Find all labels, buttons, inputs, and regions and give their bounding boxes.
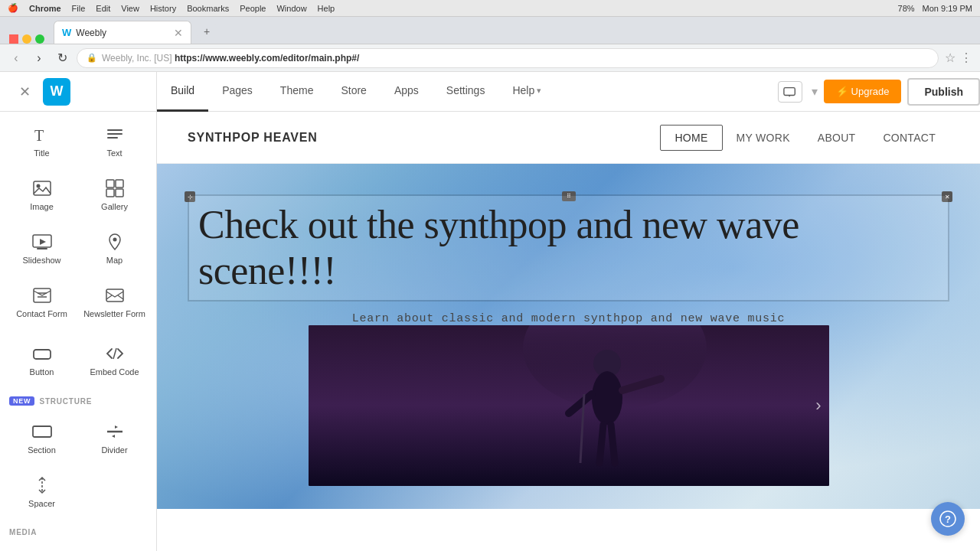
file-menu[interactable]: File xyxy=(72,4,86,13)
sidebar-item-slideshow[interactable]: Slideshow xyxy=(6,222,77,274)
section-icon xyxy=(31,421,53,442)
close-editor-btn[interactable]: ✕ xyxy=(12,80,37,104)
site-nav-mywork[interactable]: MY WORK xyxy=(723,126,804,150)
sidebar-item-audio[interactable]: Audio xyxy=(79,543,150,551)
text-icon xyxy=(104,124,126,145)
device-toggle-btn[interactable] xyxy=(778,81,802,103)
sidebar-item-map[interactable]: Map xyxy=(79,222,150,274)
sidebar-item-contact-form[interactable]: Contact Form xyxy=(6,276,77,328)
site-nav-about[interactable]: ABOUT xyxy=(804,126,870,150)
help-chevron-icon: ▾ xyxy=(537,86,541,96)
svg-rect-1 xyxy=(107,129,122,131)
menu-btn[interactable]: ⋮ xyxy=(960,51,972,65)
site-header: SYNTHPOP HEAVEN HOME MY WORK ABOUT CONTA… xyxy=(157,112,980,164)
device-separator: ▾ xyxy=(812,84,818,99)
hero-title-block[interactable]: ⊹ ⠿ ✕ Check out the synthpop and new wav… xyxy=(188,194,949,302)
sidebar-item-newsletter[interactable]: Newsletter Form xyxy=(79,276,150,328)
text-label: Text xyxy=(106,148,122,158)
site-nav-home[interactable]: HOME xyxy=(660,125,722,151)
concert-svg xyxy=(309,325,829,486)
view-menu[interactable]: View xyxy=(121,4,139,13)
sidebar-item-button[interactable]: Button xyxy=(6,334,77,386)
structure-section-label: NEW STRUCTURE xyxy=(0,389,156,409)
site-nav: HOME MY WORK ABOUT CONTACT xyxy=(660,125,949,151)
gallery-label: Gallery xyxy=(101,202,128,212)
history-menu[interactable]: History xyxy=(150,4,176,13)
site-nav-contact[interactable]: CONTACT xyxy=(869,126,949,150)
new-tab-button[interactable]: + xyxy=(196,21,217,42)
image-label: Image xyxy=(30,202,54,212)
sidebar-item-divider[interactable]: Divider xyxy=(79,412,150,464)
reload-btn[interactable]: ↻ xyxy=(54,51,70,65)
tab-close-btn[interactable]: ✕ xyxy=(174,27,183,39)
svg-rect-9 xyxy=(116,189,123,197)
address-bar: ‹ › ↻ 🔒 Weebly, Inc. [US] https://www.we… xyxy=(0,44,980,72)
button-label: Button xyxy=(30,367,54,377)
maximize-window-btn[interactable] xyxy=(35,34,44,44)
window-menu[interactable]: Window xyxy=(276,4,306,13)
app-name: Chrome xyxy=(29,4,61,13)
new-tag: NEW xyxy=(9,396,34,406)
hero-subtitle: Learn about classic and modern synthpop … xyxy=(352,312,786,325)
help-menu[interactable]: Help xyxy=(318,4,335,13)
forward-btn[interactable]: › xyxy=(31,51,47,65)
url-input[interactable]: 🔒 Weebly, Inc. [US] https://www.weebly.c… xyxy=(77,48,939,68)
sidebar-item-image[interactable]: Image xyxy=(6,168,77,220)
nav-pages[interactable]: Pages xyxy=(208,72,266,112)
sidebar-item-spacer[interactable]: Spacer xyxy=(6,465,77,517)
map-icon xyxy=(104,231,126,253)
sidebar-item-hd-video[interactable]: HD HD Video xyxy=(6,543,77,551)
svg-rect-41 xyxy=(784,87,795,95)
chrome-tab[interactable]: W Weebly ✕ xyxy=(54,21,191,44)
svg-line-19 xyxy=(118,295,123,299)
svg-marker-11 xyxy=(40,239,46,245)
nav-theme[interactable]: Theme xyxy=(266,72,328,112)
upgrade-button[interactable]: ⚡ Upgrade xyxy=(824,80,901,103)
svg-rect-4 xyxy=(34,181,51,195)
extensions-btn[interactable]: ☆ xyxy=(945,51,956,65)
concert-next-btn[interactable]: › xyxy=(815,396,821,416)
weebly-favicon: W xyxy=(62,27,71,38)
svg-text:?: ? xyxy=(945,514,951,525)
battery-indicator: 78% xyxy=(898,4,915,13)
bookmarks-menu[interactable]: Bookmarks xyxy=(187,4,229,13)
svg-rect-7 xyxy=(116,180,123,187)
close-window-btn[interactable] xyxy=(9,34,18,44)
people-menu[interactable]: People xyxy=(240,4,266,13)
elements-grid: T Title Text xyxy=(0,112,156,331)
hero-title: Check out the synthpop and new wave scen… xyxy=(198,202,939,294)
sidebar-item-embed-code[interactable]: Embed Code xyxy=(79,334,150,386)
edit-menu[interactable]: Edit xyxy=(96,4,110,13)
help-fab-button[interactable]: ? xyxy=(931,502,965,536)
svg-line-50 xyxy=(611,425,615,463)
nav-apps[interactable]: Apps xyxy=(381,72,433,112)
sidebar-item-section[interactable]: Section xyxy=(6,412,77,464)
nav-right-actions: ▾ ⚡ Upgrade Publish xyxy=(778,78,980,106)
svg-line-18 xyxy=(106,295,112,299)
apple-menu[interactable]: 🍎 xyxy=(8,3,18,13)
minimize-window-btn[interactable] xyxy=(22,34,31,44)
map-label: Map xyxy=(106,256,122,266)
svg-line-21 xyxy=(113,348,116,359)
svg-text:T: T xyxy=(34,127,44,144)
nav-build[interactable]: Build xyxy=(157,72,208,112)
concert-photo: › xyxy=(309,325,829,486)
svg-rect-6 xyxy=(106,180,114,187)
section-label: Section xyxy=(28,445,56,455)
nav-settings[interactable]: Settings xyxy=(433,72,499,112)
svg-rect-3 xyxy=(107,137,118,139)
sidebar-item-gallery[interactable]: Gallery xyxy=(79,168,150,220)
nav-store[interactable]: Store xyxy=(327,72,380,112)
publish-button[interactable]: Publish xyxy=(907,78,980,106)
back-btn[interactable]: ‹ xyxy=(8,51,24,65)
nav-help[interactable]: Help ▾ xyxy=(498,72,555,112)
newsletter-label: Newsletter Form xyxy=(83,309,145,319)
weebly-logo: W xyxy=(43,78,70,106)
svg-point-46 xyxy=(592,371,622,425)
sidebar: ✕ W T Title Text xyxy=(0,72,157,551)
hero-title-box: Check out the synthpop and new wave scen… xyxy=(189,196,948,300)
newsletter-icon xyxy=(104,285,126,306)
sidebar-item-text[interactable]: Text xyxy=(79,115,150,167)
sidebar-item-title[interactable]: T Title xyxy=(6,115,77,167)
concert-figure: › xyxy=(309,325,829,486)
